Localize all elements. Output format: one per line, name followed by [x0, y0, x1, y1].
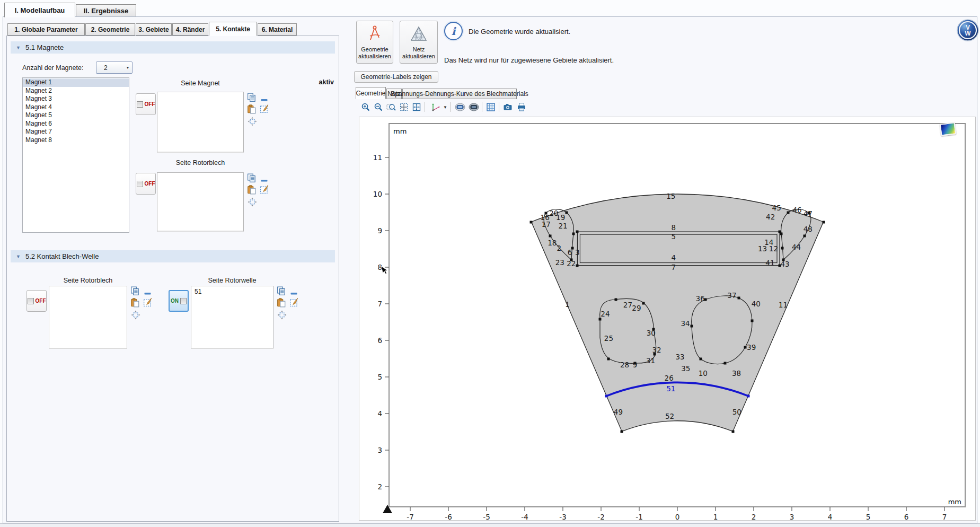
- subtab-raender[interactable]: 4. Ränder: [172, 23, 208, 36]
- grid-icon[interactable]: [485, 102, 496, 112]
- seite-magnet-selection-list[interactable]: [157, 92, 244, 153]
- subtab-globale-parameter[interactable]: 1. Globale Parameter: [7, 23, 85, 36]
- toggle-seite-magnet[interactable]: OFF: [136, 93, 156, 115]
- tab-ergebnisse-label: II. Ergebnisse: [84, 7, 129, 15]
- toggle-kontakt-rotorblech[interactable]: OFF: [27, 290, 47, 312]
- subtab-geometrie[interactable]: 2. Geometrie: [85, 23, 135, 36]
- list-item-magnet7[interactable]: Magnet 7: [23, 128, 129, 136]
- svg-text:-6: -6: [445, 513, 452, 520]
- view-tab-label: Geometrie: [356, 90, 385, 97]
- paste-icon[interactable]: [277, 298, 286, 309]
- view-tab-spannungs-dehnungs-kurve[interactable]: Spannungs-Dehnungs-Kurve des Blechmateri…: [402, 89, 517, 99]
- subtab-label: 1. Globale Parameter: [14, 26, 77, 33]
- zoom-to-selection-icon[interactable]: [248, 117, 257, 128]
- list-item-magnet4[interactable]: Magnet 4: [23, 103, 129, 112]
- clear-selection-icon[interactable]: [260, 104, 269, 115]
- kontakt-rotorwelle-selection-list[interactable]: 51: [191, 286, 273, 349]
- copy-icon[interactable]: [277, 286, 286, 297]
- zoom-fit-icon[interactable]: [411, 102, 422, 112]
- list-item-magnet5[interactable]: Magnet 5: [23, 111, 129, 120]
- view-tab-geometrie[interactable]: Geometrie: [356, 87, 386, 99]
- colormap-thumbnail-icon[interactable]: [940, 122, 957, 136]
- zoom-in-icon[interactable]: [360, 102, 371, 112]
- list-item-magnet6[interactable]: Magnet 6: [23, 120, 129, 128]
- svg-text:43: 43: [780, 260, 789, 268]
- zoom-to-selection-icon[interactable]: [248, 197, 257, 208]
- svg-text:17: 17: [542, 220, 551, 229]
- svg-text:42: 42: [766, 213, 775, 221]
- svg-text:1: 1: [565, 300, 570, 309]
- copy-icon[interactable]: [130, 286, 140, 297]
- list-item-magnet3[interactable]: Magnet 3: [23, 95, 129, 103]
- list-item-magnet2[interactable]: Magnet 2: [23, 87, 129, 95]
- kontakt-rotorblech-label: Seite Rotorblech: [49, 277, 127, 284]
- subtab-label: 6. Material: [262, 26, 293, 33]
- subtab-kontakte[interactable]: 5. Kontakte: [209, 22, 257, 36]
- svg-text:7: 7: [672, 263, 676, 271]
- show-geometry-labels-button[interactable]: Geometrie-Labels zeigen: [354, 71, 438, 83]
- svg-text:11: 11: [779, 301, 788, 309]
- chevron-down-icon[interactable]: ▼: [442, 102, 448, 112]
- svg-text:29: 29: [632, 304, 641, 312]
- remove-icon[interactable]: [261, 177, 268, 184]
- toggle-state-label: OFF: [145, 181, 155, 187]
- seite-rotorblech-selection-list[interactable]: [157, 172, 244, 232]
- svg-text:7: 7: [942, 513, 947, 520]
- axis-orientation-icon[interactable]: [429, 102, 442, 112]
- selection-entry-51[interactable]: 51: [195, 288, 273, 295]
- paste-icon[interactable]: [130, 298, 140, 309]
- magnet-list[interactable]: Magnet 1 Magnet 2 Magnet 3 Magnet 4 Magn…: [22, 77, 129, 233]
- copy-icon[interactable]: [247, 93, 257, 104]
- svg-text:-4: -4: [521, 513, 528, 520]
- graphics-area[interactable]: -7-6-5-4-3-2-101234567234567891011151620…: [359, 117, 976, 521]
- clear-selection-icon[interactable]: [289, 297, 299, 309]
- paste-icon[interactable]: [247, 104, 257, 116]
- section-title: 5.2 Kontakt Blech-Welle: [25, 252, 99, 260]
- remove-icon[interactable]: [261, 96, 268, 103]
- toggle-seite-rotorblech[interactable]: OFF: [136, 173, 156, 195]
- kontakt-rotorblech-selection-list[interactable]: [49, 286, 127, 349]
- subtab-label: 5. Kontakte: [216, 25, 250, 33]
- magnet-count-dropdown[interactable]: 2 ▼: [96, 62, 133, 74]
- zoom-box-icon[interactable]: [386, 102, 396, 112]
- toggle-state-label: OFF: [36, 298, 46, 304]
- toggle-state-label: ON: [171, 298, 179, 304]
- export-image-alt-icon[interactable]: [467, 102, 480, 112]
- paste-icon[interactable]: [247, 185, 257, 196]
- tab-modellaufbau[interactable]: I. Modellaufbau: [4, 3, 75, 17]
- subtab-gebiete[interactable]: 3. Gebiete: [136, 23, 172, 36]
- update-mesh-button[interactable]: Netz aktualisieren: [400, 21, 438, 64]
- snapshot-camera-icon[interactable]: [502, 102, 513, 112]
- update-geometry-button[interactable]: Geometrie aktualisieren: [356, 21, 393, 64]
- svg-text:12: 12: [769, 244, 778, 253]
- zoom-to-selection-icon[interactable]: [277, 310, 287, 321]
- export-image-icon[interactable]: [454, 102, 466, 112]
- clear-selection-icon[interactable]: [143, 297, 153, 309]
- remove-icon[interactable]: [144, 289, 152, 297]
- zoom-to-selection-icon[interactable]: [131, 310, 140, 321]
- list-item-magnet1[interactable]: Magnet 1: [23, 78, 129, 87]
- view-tab-label: Spannungs-Dehnungs-Kurve des Blechmateri…: [391, 90, 528, 98]
- svg-text:4: 4: [672, 253, 676, 262]
- toggle-kontakt-rotorwelle[interactable]: ON: [169, 290, 189, 312]
- svg-text:40: 40: [752, 300, 761, 308]
- tab-ergebnisse[interactable]: II. Ergebnisse: [76, 4, 136, 17]
- list-item-magnet8[interactable]: Magnet 8: [23, 136, 129, 145]
- copy-icon[interactable]: [247, 173, 257, 185]
- subtab-label: 2. Geometrie: [91, 26, 130, 33]
- svg-text:9: 9: [377, 226, 382, 235]
- svg-text:35: 35: [681, 364, 690, 373]
- zoom-extents-icon[interactable]: [399, 102, 409, 112]
- info-icon: i: [444, 22, 463, 40]
- chevron-down-icon: ▼: [123, 66, 132, 69]
- geometry-plot[interactable]: -7-6-5-4-3-2-101234567234567891011151620…: [359, 117, 975, 520]
- svg-text:26: 26: [665, 374, 674, 382]
- zoom-out-icon[interactable]: [373, 102, 384, 112]
- print-icon[interactable]: [516, 102, 527, 112]
- clear-selection-icon[interactable]: [260, 185, 269, 196]
- section-header-kontakt[interactable]: ▼ 5.2 Kontakt Blech-Welle: [11, 250, 335, 262]
- section-header-magnete[interactable]: ▼ 5.1 Magnete: [11, 41, 335, 54]
- remove-icon[interactable]: [290, 289, 298, 297]
- side-rotorblech-label: Seite Rotorblech: [157, 159, 244, 166]
- subtab-material[interactable]: 6. Material: [258, 23, 297, 36]
